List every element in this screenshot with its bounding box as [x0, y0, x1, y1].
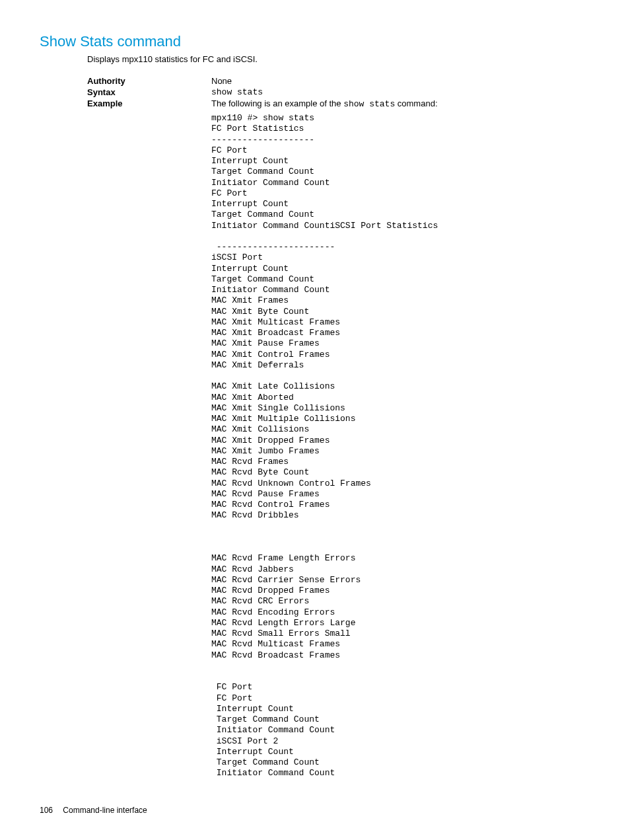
- authority-value: None: [211, 75, 232, 86]
- example-suffix: command:: [395, 98, 437, 108]
- section-intro: Displays mpx110 statistics for FC and iS…: [87, 54, 590, 64]
- authority-row: Authority None: [87, 75, 590, 86]
- syntax-row: Syntax show stats: [87, 86, 590, 97]
- footer-section-name: Command-line interface: [63, 806, 147, 815]
- example-value: The following is an example of the show …: [211, 97, 438, 779]
- document-page: Show Stats command Displays mpx110 stati…: [0, 0, 630, 840]
- example-output: mpx110 #> show stats FC Port Statistics …: [211, 113, 438, 779]
- example-label: Example: [87, 97, 211, 779]
- page-footer: 106 Command-line interface: [40, 806, 590, 815]
- syntax-label: Syntax: [87, 86, 211, 97]
- example-prefix: The following is an example of the: [211, 98, 343, 108]
- example-mono: show stats: [343, 99, 395, 109]
- example-row: Example The following is an example of t…: [87, 97, 590, 779]
- section-title: Show Stats command: [40, 33, 590, 50]
- syntax-value: show stats: [211, 86, 263, 97]
- page-number: 106: [40, 806, 61, 815]
- authority-label: Authority: [87, 75, 211, 86]
